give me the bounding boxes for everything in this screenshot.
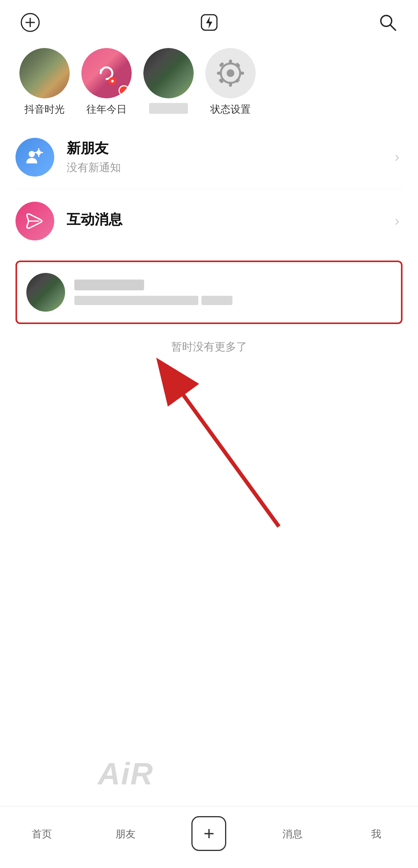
story-label-settings: 状态设置 [210,103,251,116]
nav-plus-icon: + [203,823,214,844]
nav-home[interactable]: 首页 [0,826,84,841]
svg-text:●: ● [110,77,114,84]
interactive-messages-chevron: › [395,213,399,229]
nav-friends[interactable]: 朋友 [84,826,167,841]
nav-plus[interactable]: + [167,816,251,851]
story-item-user[interactable] [139,48,198,114]
new-friends-chevron: › [395,149,399,165]
new-friends-text: 新朋友 没有新通知 [67,139,395,175]
story-avatar-past: ● [81,48,132,98]
nav-messages-label: 消息 [282,827,303,841]
story-label-user [149,103,188,114]
bottom-navigation: 首页 朋友 + 消息 我 [0,806,418,868]
notification-dot [119,85,129,96]
list-section: 新朋友 没有新通知 › 互动消息 › [0,125,418,253]
message-name-blurred [74,280,144,290]
message-text-extra-blurred [201,296,232,305]
story-avatar-user [143,48,194,98]
highlighted-message-item[interactable] [15,261,403,324]
svg-line-6 [390,25,396,30]
message-text-blurred [74,296,198,305]
interactive-messages-title: 互动消息 [67,210,395,229]
nav-me-label: 我 [371,827,381,841]
story-item-past[interactable]: ● 往年今日 [77,48,136,116]
add-button[interactable] [19,11,42,34]
interactive-messages-icon [15,202,54,240]
nav-messages[interactable]: 消息 [251,826,334,841]
story-item-settings[interactable]: 状态设置 [201,48,260,116]
new-friends-title: 新朋友 [67,139,395,158]
svg-point-12 [227,69,234,77]
svg-rect-16 [239,72,244,75]
svg-rect-13 [229,60,232,64]
story-item-douyin[interactable]: 抖音时光 [15,48,74,116]
interactive-messages-item[interactable]: 互动消息 › [15,189,403,253]
watermark: AiR [82,742,169,806]
svg-marker-4 [206,16,212,29]
lightning-button[interactable] [198,11,221,34]
content-spacer [0,370,418,602]
nav-me[interactable]: 我 [334,826,418,841]
svg-point-21 [29,151,35,157]
svg-rect-15 [217,72,222,75]
new-friends-icon [15,138,54,177]
message-avatar [26,273,65,312]
search-button[interactable] [376,11,399,34]
stories-row: 抖音时光 ● 往年今日 [0,42,418,125]
story-label-douyin: 抖音时光 [24,103,65,116]
story-avatar-settings [205,48,256,98]
story-label-past: 往年今日 [86,103,127,116]
nav-home-label: 首页 [32,827,52,841]
no-more-label: 暂时没有更多了 [0,332,418,370]
nav-plus-button[interactable]: + [191,816,226,851]
interactive-messages-text: 互动消息 [67,210,395,232]
new-friends-subtitle: 没有新通知 [67,160,395,175]
message-text-row [74,296,392,305]
nav-friends-label: 朋友 [115,827,136,841]
svg-rect-14 [229,82,232,87]
story-avatar-douyin [19,48,70,98]
header [0,0,418,42]
message-content [74,280,392,305]
new-friends-item[interactable]: 新朋友 没有新通知 › [15,125,403,189]
